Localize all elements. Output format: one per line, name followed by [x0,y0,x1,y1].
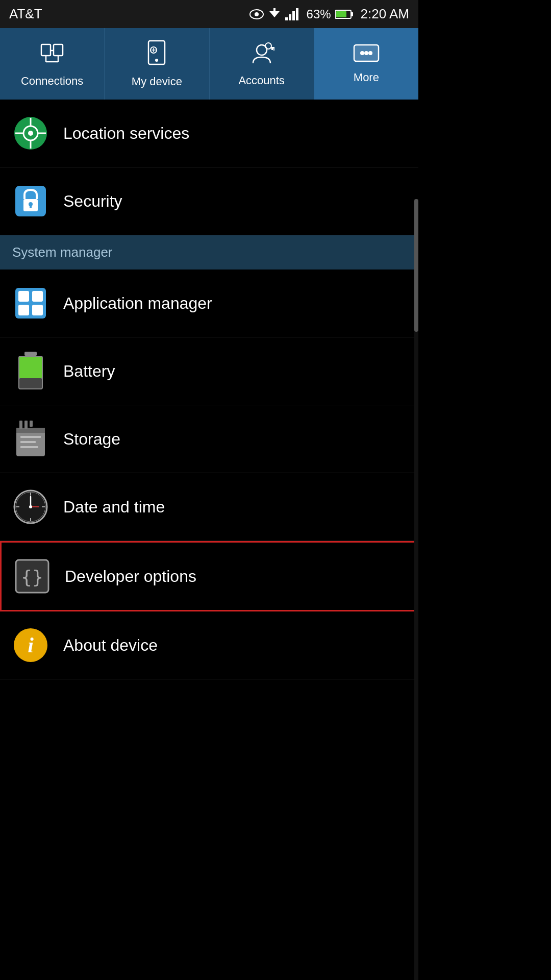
security-item[interactable]: Security [0,167,418,235]
svg-rect-12 [54,44,63,56]
developer-options-item[interactable]: {} Developer options [0,541,418,611]
svg-rect-45 [18,305,29,315]
tab-connections[interactable]: Connections [0,28,105,100]
tab-bar: Connections My device [0,28,418,100]
signal-icon [285,8,303,20]
svg-rect-49 [19,357,42,378]
about-device-item[interactable]: i About device [0,611,418,679]
svg-point-68 [29,505,32,508]
svg-point-37 [28,131,33,136]
svg-point-18 [155,59,158,62]
eye-icon [249,9,264,19]
security-label: Security [63,192,122,211]
about-device-label: About device [63,636,158,655]
location-icon [12,115,49,152]
svg-rect-5 [289,14,291,20]
battery-settings-icon [12,353,49,389]
svg-rect-50 [19,378,42,388]
date-and-time-item[interactable]: Date and time [0,473,418,541]
download-icon [268,8,281,20]
svg-rect-43 [18,291,29,302]
svg-rect-41 [30,204,32,208]
developer-icon: {} [14,558,51,595]
svg-rect-44 [32,291,43,302]
svg-point-28 [360,51,364,55]
svg-text:{}: {} [21,567,43,587]
battery-item[interactable]: Battery [0,337,418,405]
svg-rect-55 [30,421,33,427]
svg-rect-58 [20,446,38,448]
scrollbar[interactable] [414,199,418,980]
connections-icon [39,40,65,70]
my-device-icon [145,40,168,71]
svg-rect-10 [336,11,346,17]
battery-label: Battery [63,362,115,381]
time-display: 2:20 AM [361,6,409,22]
application-manager-item[interactable]: Application manager [0,270,418,337]
battery-percent: 63% [307,7,331,21]
appmanager-icon [12,285,49,322]
svg-rect-9 [351,12,353,16]
clock-icon [12,488,49,525]
svg-rect-26 [271,48,273,50]
svg-text:i: i [28,633,34,657]
svg-rect-46 [32,305,43,315]
svg-point-29 [364,51,368,55]
storage-label: Storage [63,430,120,449]
svg-rect-7 [296,8,298,20]
svg-rect-25 [273,48,274,51]
scroll-thumb[interactable] [414,199,418,332]
location-services-item[interactable]: Location services [0,100,418,167]
svg-point-30 [368,51,372,55]
developer-options-label: Developer options [65,567,196,586]
tab-more[interactable]: More [314,28,418,100]
accounts-icon [249,41,274,70]
settings-list: Location services Security System manage… [0,100,418,679]
svg-rect-11 [41,44,51,56]
svg-rect-24 [270,47,274,48]
system-manager-header: System manager [0,235,418,270]
svg-rect-6 [292,11,295,20]
tab-accounts-label: Accounts [238,74,285,87]
tab-more-label: More [354,71,379,84]
date-and-time-label: Date and time [63,498,165,517]
tab-connections-label: Connections [21,75,83,88]
security-icon [12,183,49,219]
svg-rect-53 [19,421,22,429]
battery-icon [335,9,354,19]
svg-rect-54 [24,421,28,429]
svg-rect-47 [24,352,37,356]
status-bar: AT&T 63% 2:20 AM [0,0,418,28]
location-services-label: Location services [63,124,189,143]
svg-rect-56 [20,436,41,438]
application-manager-label: Application manager [63,294,212,313]
storage-icon [12,421,49,457]
tab-my-device-label: My device [132,75,182,88]
svg-point-1 [255,12,259,16]
status-right: 63% 2:20 AM [249,6,409,22]
about-icon: i [12,627,49,664]
tab-my-device[interactable]: My device [105,28,209,100]
svg-rect-3 [273,8,276,12]
tab-accounts[interactable]: Accounts [210,28,314,100]
svg-rect-57 [20,441,36,443]
svg-rect-4 [285,17,288,20]
carrier-label: AT&T [9,6,42,22]
more-icon [353,44,380,67]
storage-item[interactable]: Storage [0,405,418,473]
